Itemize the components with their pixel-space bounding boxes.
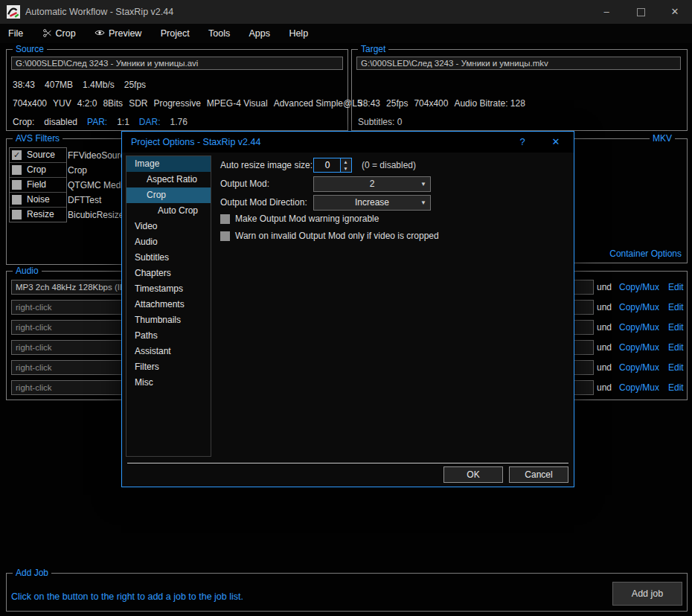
add-job-button[interactable]: Add job (612, 582, 682, 606)
sidebar-item-crop[interactable]: Crop (126, 187, 211, 203)
dialog-separator (127, 463, 568, 463)
spinner-up-icon[interactable]: ▲ (341, 158, 350, 165)
sidebar-item-image[interactable]: Image (126, 156, 211, 172)
container-group-label: MKV (650, 133, 675, 144)
filter-row: Noise (10, 193, 66, 208)
filter-checkbox[interactable] (12, 165, 22, 175)
edit-link[interactable]: Edit (668, 300, 684, 315)
sidebar-item-misc[interactable]: Misc (126, 375, 211, 391)
menu-file[interactable]: File (0, 24, 31, 43)
menubar: File Crop Preview Project Tools Apps Hel… (0, 24, 692, 43)
audio-language-select[interactable]: und (597, 320, 612, 335)
edit-link[interactable]: Edit (668, 340, 684, 355)
sidebar-item-aspect-ratio[interactable]: Aspect Ratio (126, 172, 211, 187)
filter-category[interactable]: Source (27, 148, 55, 162)
warn-ignorable-checkbox[interactable] (220, 214, 230, 224)
sidebar-item-filters[interactable]: Filters (126, 359, 211, 375)
audio-language-select[interactable]: und (597, 300, 612, 315)
cancel-button[interactable]: Cancel (509, 466, 568, 483)
filter-checkbox[interactable]: ✓ (12, 150, 22, 160)
filter-row: Crop (10, 163, 66, 178)
sidebar-item-auto-crop[interactable]: Auto Crop (126, 203, 211, 219)
filter-row: Field (10, 178, 66, 193)
filter-category[interactable]: Resize (27, 208, 54, 222)
sidebar-item-thumbnails[interactable]: Thumbnails (126, 312, 211, 328)
copy-mux-link[interactable]: Copy/Mux (619, 300, 659, 315)
sidebar-item-attachments[interactable]: Attachments (126, 297, 211, 312)
sidebar-item-chapters[interactable]: Chapters (126, 266, 211, 281)
filter-value[interactable]: BicubicResize (68, 208, 124, 222)
sidebar-item-timestamps[interactable]: Timestamps (126, 281, 211, 297)
filter-value[interactable]: DFTTest (68, 193, 101, 208)
copy-mux-link[interactable]: Copy/Mux (619, 360, 659, 375)
minimize-button[interactable]: – (589, 0, 624, 24)
copy-mux-link[interactable]: Copy/Mux (619, 280, 659, 295)
target-path-field[interactable]: G:\000SLED\След 3243 - Умники и умницы.m… (356, 57, 681, 70)
output-mod-direction-select[interactable]: Increase ▼ (313, 195, 431, 211)
project-options-dialog: Project Options - StaxRip v2.44 ? ✕ Imag… (121, 131, 574, 487)
target-group-label: Target (358, 44, 388, 54)
target-stats-line1: 38:4325fps704x400Audio Bitrate: 128 (358, 97, 531, 109)
maximize-button[interactable] (624, 0, 658, 24)
copy-mux-link[interactable]: Copy/Mux (619, 340, 659, 355)
filter-value[interactable]: FFVideoSource (68, 149, 129, 163)
audio-language-select[interactable]: und (597, 380, 612, 395)
source-stats-line1: 38:43407MB1.4Mb/s25fps (13, 79, 156, 91)
filter-category[interactable]: Noise (27, 193, 50, 207)
stepper-buttons: ▲ ▼ (340, 158, 351, 172)
dialog-close-button[interactable]: ✕ (545, 132, 566, 153)
close-button[interactable]: ✕ (658, 0, 692, 24)
menu-project[interactable]: Project (153, 24, 198, 43)
filter-checkbox[interactable] (12, 180, 22, 190)
filter-checkbox[interactable] (12, 210, 22, 219)
spinner-down-icon[interactable]: ▼ (341, 165, 350, 172)
titlebar: Automatic Workflow - StaxRip v2.44 – ✕ (0, 0, 692, 24)
source-path-field[interactable]: G:\000SLED\След 3243 - Умники и умницы.a… (11, 57, 343, 70)
sidebar-item-audio[interactable]: Audio (126, 234, 211, 250)
sidebar-item-paths[interactable]: Paths (126, 328, 211, 344)
audio-group-label: Audio (13, 266, 42, 276)
output-mod-direction-label: Output Mod Direction: (220, 195, 307, 211)
audio-language-select[interactable]: und (597, 360, 612, 375)
filter-value[interactable]: Crop (68, 164, 87, 178)
menu-help[interactable]: Help (281, 24, 316, 43)
edit-link[interactable]: Edit (668, 380, 684, 395)
filter-checkbox[interactable] (12, 195, 22, 205)
filter-category[interactable]: Field (27, 178, 46, 192)
menu-preview[interactable]: Preview (86, 24, 150, 45)
menu-apps[interactable]: Apps (241, 24, 279, 43)
menu-crop[interactable]: Crop (34, 24, 84, 45)
menu-tools[interactable]: Tools (200, 24, 238, 43)
container-options-link[interactable]: Container Options (609, 248, 682, 259)
audio-language-select[interactable]: und (597, 340, 612, 355)
maximize-icon (637, 8, 645, 16)
output-mod-value: 2 (370, 179, 375, 189)
auto-resize-value: 0 (314, 158, 341, 172)
source-stats-line3: Crop:disabledPAR:1:1DAR:1.76 (13, 116, 197, 128)
auto-resize-stepper[interactable]: 0 ▲ ▼ (313, 158, 352, 173)
close-icon: ✕ (671, 6, 679, 17)
warn-cropped-checkbox[interactable] (220, 231, 230, 241)
filter-category[interactable]: Crop (27, 163, 46, 177)
app-icon (7, 5, 20, 19)
check-icon (12, 165, 22, 175)
filter-row: Resize (10, 208, 66, 222)
ok-button[interactable]: OK (443, 466, 503, 483)
edit-link[interactable]: Edit (668, 280, 684, 295)
source-group-label: Source (13, 44, 47, 54)
minimize-icon: – (603, 6, 609, 17)
edit-link[interactable]: Edit (668, 360, 684, 375)
auto-resize-hint: (0 = disabled) (362, 158, 416, 173)
sidebar-item-assistant[interactable]: Assistant (126, 344, 211, 359)
sidebar-item-video[interactable]: Video (126, 219, 211, 234)
copy-mux-link[interactable]: Copy/Mux (619, 320, 659, 335)
sidebar-item-subtitles[interactable]: Subtitles (126, 250, 211, 266)
warn-cropped-label: Warn on invalid Output Mod only if video… (235, 231, 439, 241)
avs-filters-group-label: AVS Filters (13, 133, 63, 144)
output-mod-select[interactable]: 2 ▼ (313, 176, 431, 192)
audio-language-select[interactable]: und (597, 280, 612, 295)
edit-link[interactable]: Edit (668, 320, 684, 335)
copy-mux-link[interactable]: Copy/Mux (619, 380, 659, 395)
help-button[interactable]: ? (512, 132, 533, 153)
output-mod-label: Output Mod: (220, 176, 269, 192)
